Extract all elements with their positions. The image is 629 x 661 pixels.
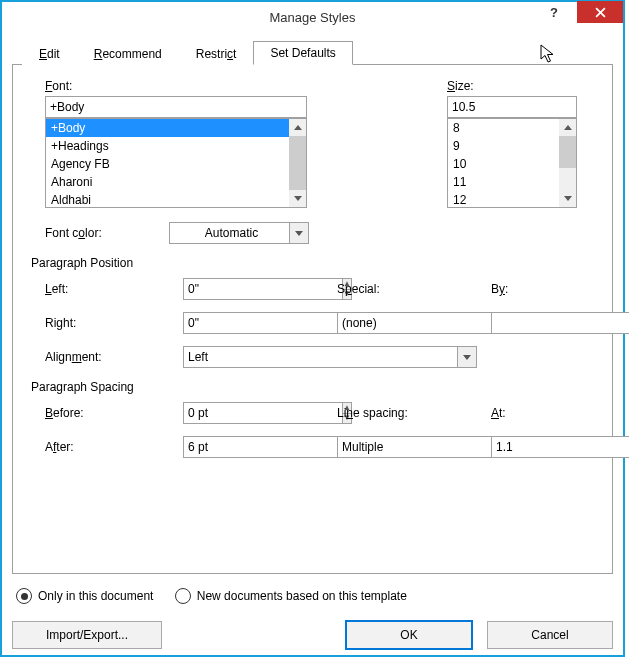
set-defaults-panel: Font: +Body +Headings Agency FB Aharoni … — [12, 64, 613, 574]
scrollbar[interactable] — [289, 119, 306, 207]
font-label: Font: — [45, 79, 447, 93]
special-label: Special: — [337, 282, 477, 296]
chevron-down-icon[interactable] — [289, 190, 306, 207]
before-spinner[interactable]: ▲▼ — [183, 402, 323, 424]
tab-recommend[interactable]: Recommend — [77, 42, 179, 65]
before-label: Before: — [45, 406, 169, 420]
close-button[interactable] — [577, 1, 623, 23]
chevron-down-icon[interactable] — [559, 190, 576, 207]
alignment-value[interactable] — [183, 346, 457, 368]
special-value[interactable] — [337, 312, 496, 334]
line-spacing-value[interactable] — [337, 436, 496, 458]
font-option[interactable]: Aharoni — [46, 173, 289, 191]
size-option[interactable]: 10 — [448, 155, 559, 173]
alignment-dropdown[interactable] — [183, 346, 477, 368]
by-input[interactable] — [491, 312, 629, 334]
radio-new-documents[interactable]: New documents based on this template — [175, 588, 407, 604]
line-spacing-dropdown[interactable] — [337, 436, 457, 458]
size-listbox[interactable]: 8 9 10 11 12 — [447, 118, 577, 208]
font-listbox[interactable]: +Body +Headings Agency FB Aharoni Aldhab… — [45, 118, 307, 208]
font-color-dropdown[interactable]: Automatic — [169, 222, 309, 244]
font-input[interactable] — [45, 96, 307, 118]
scope-group: Only in this document New documents base… — [16, 588, 613, 604]
titlebar: Manage Styles ? — [2, 2, 623, 32]
size-option[interactable]: 12 — [448, 191, 559, 208]
radio-dot-icon — [175, 588, 191, 604]
font-color-label: Font color: — [45, 226, 169, 240]
right-label: Right: — [45, 316, 169, 330]
font-color-value: Automatic — [169, 222, 289, 244]
chevron-up-icon[interactable] — [559, 119, 576, 136]
manage-styles-dialog: Manage Styles ? Edit Recommend Restrict … — [0, 0, 625, 657]
cancel-button[interactable]: Cancel — [487, 621, 613, 649]
size-option[interactable]: 11 — [448, 173, 559, 191]
size-option[interactable]: 9 — [448, 137, 559, 155]
radio-only-this-document[interactable]: Only in this document — [16, 588, 153, 604]
after-input[interactable] — [183, 436, 342, 458]
content-area: Edit Recommend Restrict Set Defaults Fon… — [12, 38, 613, 645]
scroll-thumb[interactable] — [559, 136, 576, 168]
tab-bar: Edit Recommend Restrict Set Defaults — [22, 38, 613, 64]
chevron-down-icon[interactable] — [457, 346, 477, 368]
chevron-up-icon[interactable] — [289, 119, 306, 136]
radio-label: New documents based on this template — [197, 589, 407, 603]
radio-label: Only in this document — [38, 589, 153, 603]
close-icon — [595, 7, 606, 18]
tab-edit[interactable]: Edit — [22, 42, 77, 65]
ok-button[interactable]: OK — [345, 620, 473, 650]
after-label: After: — [45, 440, 169, 454]
line-spacing-label: Line spacing: — [337, 406, 477, 420]
right-spinner[interactable]: ▲▼ — [183, 312, 323, 334]
at-spinner[interactable]: ▲▼ — [491, 436, 601, 458]
size-label: Size: — [447, 79, 577, 93]
after-spinner[interactable]: ▲▼ — [183, 436, 323, 458]
left-label: Left: — [45, 282, 169, 296]
size-input[interactable] — [447, 96, 577, 118]
font-option[interactable]: +Headings — [46, 137, 289, 155]
by-label: By: — [491, 282, 601, 296]
dialog-title: Manage Styles — [2, 10, 623, 25]
special-dropdown[interactable] — [337, 312, 457, 334]
font-option[interactable]: Agency FB — [46, 155, 289, 173]
left-spinner[interactable]: ▲▼ — [183, 278, 323, 300]
paragraph-position-label: Paragraph Position — [31, 256, 594, 270]
by-spinner[interactable]: ▲▼ — [491, 312, 601, 334]
size-option[interactable]: 8 — [448, 119, 559, 137]
paragraph-spacing-label: Paragraph Spacing — [31, 380, 594, 394]
scrollbar[interactable] — [559, 119, 576, 207]
left-input[interactable] — [183, 278, 342, 300]
scroll-thumb[interactable] — [289, 136, 306, 192]
font-option[interactable]: +Body — [46, 119, 289, 137]
import-export-button[interactable]: Import/Export... — [12, 621, 162, 649]
alignment-label: Alignment: — [45, 350, 169, 364]
right-input[interactable] — [183, 312, 342, 334]
tab-set-defaults[interactable]: Set Defaults — [253, 41, 352, 65]
radio-dot-icon — [16, 588, 32, 604]
before-input[interactable] — [183, 402, 342, 424]
help-button[interactable]: ? — [531, 1, 577, 23]
font-option[interactable]: Aldhabi — [46, 191, 289, 208]
at-label: At: — [491, 406, 601, 420]
at-input[interactable] — [491, 436, 629, 458]
tab-restrict[interactable]: Restrict — [179, 42, 254, 65]
chevron-down-icon[interactable] — [289, 222, 309, 244]
